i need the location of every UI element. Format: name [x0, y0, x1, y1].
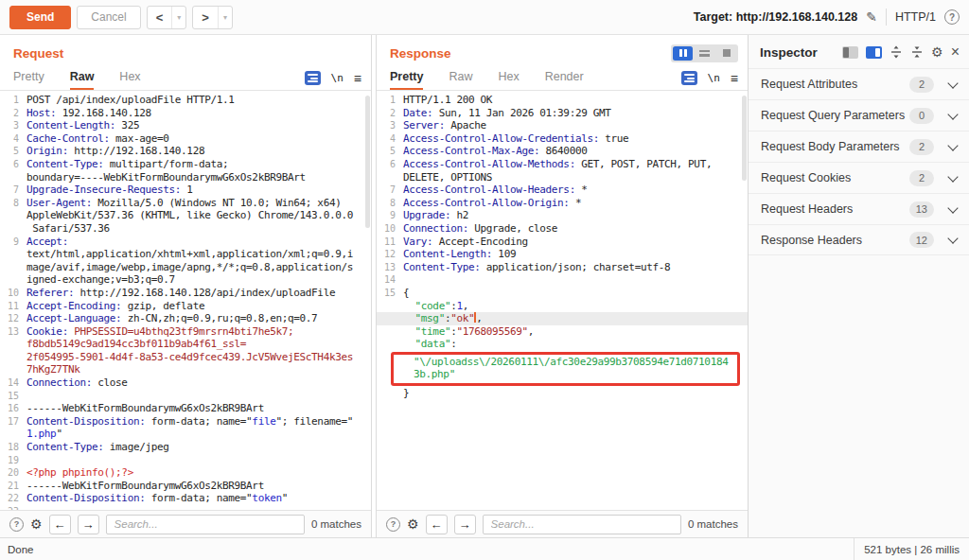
- editor-menu-icon[interactable]: ≡: [731, 72, 738, 85]
- code-line: 6Content-Type: multipart/form-data;: [0, 158, 371, 171]
- code-line: f8bdb5149c9ad194cc3bf011b9ab4f61_ssl=: [0, 338, 371, 351]
- send-button[interactable]: Send: [9, 6, 71, 29]
- inspector-section-request-cookies[interactable]: Request Cookies2: [749, 162, 969, 193]
- response-tabs: PrettyRawHexRender \n ≡: [377, 66, 748, 91]
- inspector-panel: Inspector ⚙ × Request Attributes2Request…: [748, 35, 969, 537]
- inspector-dock-right-icon[interactable]: [866, 46, 882, 59]
- code-line: boundary=----WebKitFormBoundarymwG6xOs2k…: [0, 171, 371, 184]
- expand-all-icon[interactable]: [890, 45, 903, 59]
- edit-target-icon[interactable]: ✎: [866, 9, 877, 25]
- code-line: 4Cache-Control: max-age=0: [0, 132, 371, 146]
- code-line: 12Accept-Language: zh-CN,zh;q=0.9,ru;q=0…: [0, 312, 371, 325]
- chevron-down-icon[interactable]: [947, 202, 958, 213]
- code-line: "\/uploadss\/20260111\/afc30e29a99b37085…: [414, 356, 733, 369]
- response-scrollbar[interactable]: [742, 96, 747, 181]
- search-prev-button[interactable]: ←: [426, 515, 448, 534]
- collapse-all-icon[interactable]: [910, 45, 924, 59]
- code-line: mage/avif,image/webp,image/apng,*/*;q=0.…: [0, 261, 371, 274]
- code-line: 5Access-Control-Max-Age: 8640000: [377, 145, 748, 158]
- response-search-input[interactable]: [483, 515, 681, 534]
- request-pane: Request PrettyRawHex \n ≡ 1POST /api/ind…: [0, 35, 371, 537]
- layout-tabs-icon[interactable]: [716, 46, 736, 61]
- inspector-section-label: Request Headers: [761, 202, 909, 216]
- chevron-down-icon[interactable]: [947, 109, 958, 119]
- request-tab-pretty[interactable]: Pretty: [13, 66, 44, 90]
- search-next-button[interactable]: →: [454, 515, 476, 534]
- search-settings-icon[interactable]: ⚙: [407, 517, 419, 531]
- show-newlines-icon[interactable]: \n: [708, 72, 720, 84]
- history-back-button[interactable]: < ▾: [147, 6, 187, 29]
- code-line: DELETE, OPTIONS: [377, 171, 748, 184]
- search-prev-button[interactable]: ←: [49, 515, 71, 534]
- code-line: 21------WebKitFormBoundarymwG6xOs2kBR9BA…: [0, 480, 371, 493]
- inspector-section-request-query-parameters[interactable]: Request Query Parameters0: [749, 99, 969, 131]
- chevron-down-icon[interactable]: [947, 140, 958, 150]
- code-line: 10Referer: http://192.168.140.128/api/in…: [0, 287, 371, 300]
- request-scrollbar[interactable]: [365, 96, 370, 228]
- inspector-close-icon[interactable]: ×: [951, 44, 960, 60]
- search-help-icon[interactable]: ?: [9, 517, 24, 532]
- code-line: 13Cookie: PHPSESSID=u4bthq23tf9mrsrn4bti…: [0, 325, 371, 339]
- inspector-settings-icon[interactable]: ⚙: [931, 45, 943, 59]
- history-forward-dropdown-icon[interactable]: ▾: [218, 7, 232, 28]
- code-line: 12Content-Length: 109: [377, 248, 748, 261]
- response-tab-pretty[interactable]: Pretty: [390, 66, 423, 90]
- inspector-section-request-attributes[interactable]: Request Attributes2: [749, 68, 969, 99]
- code-line: 14Connection: close: [0, 376, 371, 390]
- response-tab-hex[interactable]: Hex: [498, 66, 519, 90]
- code-line: 9Upgrade: h2: [377, 209, 748, 222]
- code-line: 3b.php": [414, 368, 733, 381]
- search-help-icon[interactable]: ?: [386, 517, 400, 532]
- pretty-print-icon[interactable]: [305, 71, 321, 85]
- chevron-down-icon[interactable]: [947, 78, 958, 88]
- code-line: 16------WebKitFormBoundarymwG6xOs2kBR9BA…: [0, 402, 371, 415]
- http-version-selector[interactable]: HTTP/1: [895, 10, 936, 24]
- code-line: 2Host: 192.168.140.128: [0, 107, 371, 120]
- show-newlines-icon[interactable]: \n: [331, 72, 344, 84]
- response-editor[interactable]: 1HTTP/1.1 200 OK2Date: Sun, 11 Jan 2026 …: [377, 91, 748, 510]
- code-line: "msg":"ok",: [377, 312, 748, 325]
- history-back-dropdown-icon[interactable]: ▾: [171, 7, 185, 28]
- inspector-section-label: Response Headers: [761, 234, 909, 247]
- layout-columns-icon[interactable]: [673, 46, 693, 61]
- inspector-section-request-body-parameters[interactable]: Request Body Parameters2: [749, 131, 969, 162]
- cancel-button[interactable]: Cancel: [77, 6, 140, 29]
- code-line: 9Accept:: [0, 236, 371, 249]
- code-line: text/html,application/xhtml+xml,applicat…: [0, 248, 371, 261]
- inspector-dock-left-icon[interactable]: [842, 46, 858, 59]
- code-line: 1.php": [0, 428, 371, 441]
- search-settings-icon[interactable]: ⚙: [30, 517, 43, 531]
- code-line: 4Access-Control-Allow-Credentials: true: [377, 132, 748, 146]
- chevron-down-icon[interactable]: [947, 171, 958, 182]
- request-tab-raw[interactable]: Raw: [70, 66, 95, 90]
- code-line: 11Accept-Encoding: gzip, deflate: [0, 300, 371, 313]
- response-tab-raw[interactable]: Raw: [449, 66, 472, 90]
- chevron-down-icon[interactable]: [947, 233, 958, 243]
- request-search-matches: 0 matches: [311, 518, 361, 530]
- history-forward-button[interactable]: > ▾: [192, 6, 233, 29]
- code-line: 17Content-Disposition: form-data; name="…: [0, 415, 371, 429]
- request-editor[interactable]: 1POST /api/index/uploadFile HTTP/1.12Hos…: [0, 91, 371, 510]
- request-search-bar: ? ⚙ ← → 0 matches: [0, 510, 371, 537]
- layout-toggle-group: [671, 44, 738, 62]
- inspector-section-response-headers[interactable]: Response Headers12: [749, 224, 969, 255]
- response-tab-render[interactable]: Render: [545, 66, 584, 90]
- layout-rows-icon[interactable]: [695, 46, 714, 61]
- help-icon[interactable]: ?: [944, 9, 960, 25]
- inspector-section-request-headers[interactable]: Request Headers13: [749, 193, 969, 224]
- search-next-button[interactable]: →: [78, 515, 99, 534]
- request-title: Request: [13, 46, 63, 61]
- request-search-input[interactable]: [106, 515, 305, 534]
- code-line: 7Access-Control-Allow-Headers: *: [377, 184, 748, 197]
- code-line: 7hKgZ7TNk: [0, 363, 371, 376]
- workspace: Request PrettyRawHex \n ≡ 1POST /api/ind…: [0, 35, 969, 537]
- pretty-print-icon[interactable]: [681, 71, 697, 85]
- code-line: "data":: [377, 338, 748, 351]
- code-line: 5Origin: http://192.168.140.128: [0, 145, 371, 158]
- count-badge: 0: [909, 108, 934, 124]
- response-metrics: 521 bytes | 26 millis: [854, 538, 969, 560]
- request-tab-hex[interactable]: Hex: [119, 66, 140, 90]
- inspector-section-label: Request Attributes: [761, 78, 909, 91]
- editor-menu-icon[interactable]: ≡: [354, 72, 361, 85]
- code-line: 6Access-Control-Allow-Methods: GET, POST…: [377, 158, 748, 171]
